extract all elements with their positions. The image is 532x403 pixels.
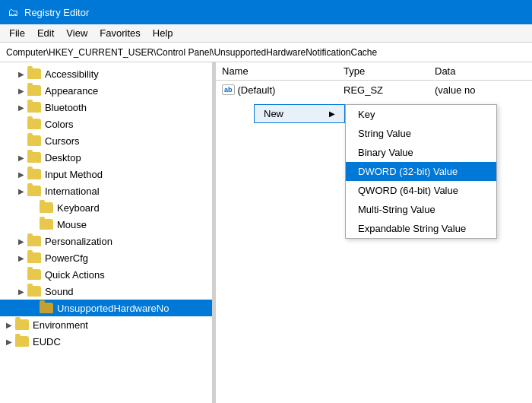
- tree-item-appearance[interactable]: ▶ Appearance: [0, 82, 212, 99]
- folder-icon: [27, 68, 41, 79]
- expander-icon: ▶: [15, 87, 27, 95]
- expander-icon: ▶: [15, 154, 27, 162]
- expander-icon: ▶: [3, 338, 15, 346]
- menu-view[interactable]: View: [60, 26, 93, 40]
- expander-icon: ▶: [15, 170, 27, 179]
- right-pane: Name Type Data ab (Default) REG_SZ (valu…: [216, 62, 532, 403]
- expander-spacer: [15, 137, 27, 145]
- folder-icon: [40, 303, 53, 313]
- reg-value-icon: ab: [222, 84, 235, 95]
- folder-icon: [27, 186, 41, 196]
- row-name-label: (Default): [238, 84, 276, 96]
- tree-item-label: UnsupportedHardwareNo: [57, 303, 169, 314]
- expander-spacer: [15, 271, 27, 279]
- expander-icon: ▶: [15, 103, 27, 112]
- tree-item-sound[interactable]: ▶ Sound: [0, 283, 212, 300]
- tree-item-label: Sound: [45, 286, 74, 297]
- tree-item-label: Bluetooth: [45, 102, 87, 113]
- folder-icon: [15, 319, 29, 330]
- menu-file[interactable]: File: [3, 26, 31, 40]
- tree-item-accessibility[interactable]: ▶ Accessibility: [0, 65, 212, 82]
- folder-icon: [40, 219, 53, 230]
- column-header-type: Type: [344, 65, 435, 77]
- expander-icon: ▶: [15, 287, 27, 296]
- menu-help[interactable]: Help: [147, 26, 179, 40]
- context-menu: New ▶ Key String Value Binary Value DWOR…: [254, 104, 345, 123]
- tree-item-label: Input Method: [45, 169, 103, 180]
- folder-icon: [27, 269, 41, 280]
- menu-edit[interactable]: Edit: [31, 26, 60, 40]
- submenu-item-key[interactable]: Key: [346, 105, 496, 124]
- tree-item-label: Personalization: [45, 236, 112, 247]
- expander-icon: ▶: [15, 70, 27, 78]
- column-header-name: Name: [222, 65, 344, 77]
- folder-icon: [27, 252, 41, 263]
- folder-icon: [27, 152, 41, 163]
- submenu-item-multi-string[interactable]: Multi-String Value: [346, 200, 496, 219]
- table-header: Name Type Data: [216, 62, 532, 81]
- menu-favorites[interactable]: Favorites: [93, 26, 146, 40]
- row-name-cell: ab (Default): [222, 84, 344, 96]
- tree-pane[interactable]: ▶ Accessibility ▶ Appearance ▶ Bluetooth…: [0, 62, 213, 403]
- tree-item-input-method[interactable]: ▶ Input Method: [0, 166, 212, 182]
- address-bar: Computer\HKEY_CURRENT_USER\Control Panel…: [0, 43, 532, 62]
- tree-item-colors[interactable]: Colors: [0, 116, 212, 132]
- tree-item-personalization[interactable]: ▶ Personalization: [0, 233, 212, 249]
- menu-bar: File Edit View Favorites Help: [0, 24, 532, 43]
- folder-icon: [15, 336, 29, 347]
- expander-icon: ▶: [15, 237, 27, 246]
- folder-icon: [27, 236, 41, 246]
- new-button-label: New: [264, 108, 283, 119]
- tree-item-label: Environment: [33, 319, 88, 331]
- tree-item-cursors[interactable]: Cursors: [0, 132, 212, 149]
- tree-item-label: Accessibility: [45, 68, 99, 80]
- tree-item-label: EUDC: [33, 336, 61, 347]
- tree-item-environment[interactable]: ▶ Environment: [0, 316, 212, 333]
- tree-item-bluetooth[interactable]: ▶ Bluetooth: [0, 99, 212, 116]
- tree-item-keyboard[interactable]: Keyboard: [0, 199, 212, 216]
- folder-icon: [27, 85, 41, 96]
- expander-spacer: [15, 120, 27, 129]
- column-header-data: Data: [435, 65, 526, 77]
- submenu-item-binary-value[interactable]: Binary Value: [346, 143, 496, 162]
- tree-item-label: Keyboard: [57, 202, 100, 214]
- tree-item-label: Colors: [45, 119, 74, 130]
- main-content: ▶ Accessibility ▶ Appearance ▶ Bluetooth…: [0, 62, 532, 403]
- tree-item-quick-actions[interactable]: Quick Actions: [0, 266, 212, 283]
- submenu-item-dword-value[interactable]: DWORD (32-bit) Value: [346, 162, 496, 181]
- tree-item-label: Appearance: [45, 85, 98, 97]
- submenu-arrow-icon: ▶: [329, 109, 335, 118]
- folder-icon: [40, 202, 53, 213]
- row-type-cell: REG_SZ: [344, 84, 435, 96]
- folder-icon: [27, 119, 41, 129]
- expander-spacer: [27, 204, 40, 212]
- new-button[interactable]: New ▶: [254, 104, 345, 123]
- tree-item-eudc[interactable]: ▶ EUDC: [0, 333, 212, 350]
- tree-item-label: Desktop: [45, 152, 81, 163]
- tree-item-mouse[interactable]: Mouse: [0, 216, 212, 233]
- tree-item-unsupported[interactable]: UnsupportedHardwareNo: [0, 300, 212, 316]
- submenu-item-string-value[interactable]: String Value: [346, 124, 496, 143]
- expander-icon: ▶: [3, 321, 15, 329]
- row-data-cell: (value no: [435, 84, 526, 96]
- table-row[interactable]: ab (Default) REG_SZ (value no: [216, 81, 532, 99]
- folder-icon: [27, 169, 41, 179]
- expander-spacer: [27, 221, 40, 229]
- folder-icon: [27, 286, 41, 297]
- tree-item-label: PowerCfg: [45, 252, 88, 264]
- app-icon: 🗂: [8, 6, 18, 18]
- tree-item-desktop[interactable]: ▶ Desktop: [0, 149, 212, 166]
- expander-icon: ▶: [15, 254, 27, 262]
- tree-item-label: International: [45, 186, 100, 197]
- expander-spacer: [27, 304, 40, 313]
- folder-icon: [27, 135, 41, 146]
- expander-icon: ▶: [15, 187, 27, 195]
- title-bar: 🗂 Registry Editor: [0, 0, 532, 24]
- tree-item-label: Quick Actions: [45, 269, 105, 281]
- submenu-item-qword-value[interactable]: QWORD (64-bit) Value: [346, 181, 496, 200]
- tree-item-international[interactable]: ▶ International: [0, 182, 212, 199]
- tree-item-label: Cursors: [45, 135, 80, 147]
- folder-icon: [27, 102, 41, 113]
- submenu-item-expandable-string[interactable]: Expandable String Value: [346, 219, 496, 238]
- tree-item-powercfg[interactable]: ▶ PowerCfg: [0, 249, 212, 266]
